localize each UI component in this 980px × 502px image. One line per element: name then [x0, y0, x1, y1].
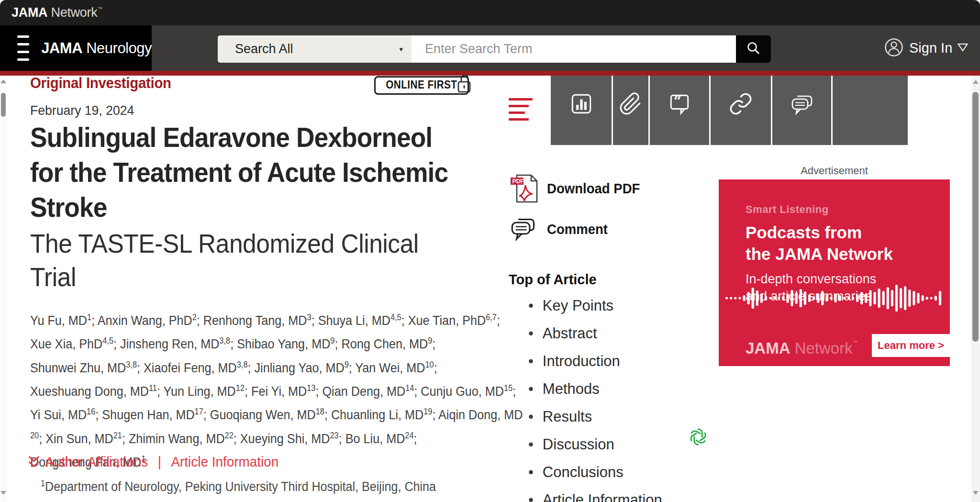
svg-text:PDF: PDF [512, 178, 524, 185]
article-nav-item[interactable]: •Conclusions [528, 464, 662, 480]
online-first-badge: ONLINE FIRST [374, 76, 469, 95]
waveform-graphic [725, 284, 943, 312]
toolbar-item-related[interactable] [711, 76, 771, 145]
article-nav-item[interactable]: •Abstract [528, 325, 662, 342]
page-scrollbar[interactable] [971, 76, 980, 502]
article-subtitle: The TASTE-SL Randomized Clinical Trial [30, 227, 419, 294]
search-filter-select[interactable]: Search All ▾ [218, 35, 412, 63]
toolbar-item-quote[interactable]: “ [650, 76, 709, 145]
article-nav-item[interactable]: •Introduction [528, 353, 662, 369]
article-toolbar: “ [551, 76, 908, 145]
article-nav-item-label: Introduction [543, 353, 620, 369]
journal-bold: JAMA [41, 40, 82, 56]
article-nav-item-label: Discussion [543, 436, 614, 453]
article-nav-item[interactable]: •Methods [528, 381, 662, 397]
search-input[interactable] [412, 35, 736, 63]
bullet: • [528, 353, 534, 369]
ad-brand-bold: JAMA [746, 339, 791, 357]
ad-brand-logo: JAMA Network™ [746, 339, 858, 357]
footnote-text: Department of Neurology, Peking Universi… [45, 480, 436, 494]
learn-more-button[interactable]: Learn more > [872, 334, 950, 357]
sign-in-button[interactable]: Sign In [883, 25, 969, 71]
scrollbar-thumb[interactable] [972, 92, 979, 342]
page: JAMA Network™ JAMA Neurology Search All … [0, 0, 980, 502]
paperclip-icon [619, 76, 643, 145]
link-icon [729, 76, 753, 145]
brand-tm: ™ [97, 6, 102, 11]
pdf-icon[interactable]: PDF [510, 173, 540, 206]
article-nav-item-label: Results [543, 409, 592, 425]
toolbar-item-blank[interactable] [833, 76, 908, 145]
bullet: • [528, 298, 534, 314]
brand-bold: JAMA [11, 5, 47, 20]
journal-logo[interactable]: JAMA Neurology [41, 40, 152, 57]
chevron-down-icon: ▾ [399, 45, 403, 54]
ad-eyebrow: Smart Listening [746, 203, 829, 216]
svg-text:“: “ [674, 93, 682, 110]
bullet: • [528, 492, 534, 502]
left-scrollbar[interactable] [0, 76, 7, 502]
comment-button[interactable]: Comment [547, 222, 608, 237]
quote-icon: “ [668, 76, 691, 145]
menu-icon[interactable] [17, 35, 29, 61]
ad-title: Podcasts from the JAMA Network [746, 222, 893, 265]
download-pdf-button[interactable]: Download PDF [547, 181, 640, 197]
article-nav-item[interactable]: •Discussion [528, 436, 662, 453]
author-affiliations-link[interactable]: Author Affiliations [45, 454, 148, 470]
article-contents-button[interactable] [502, 76, 551, 145]
toolbar-item-supplemental[interactable] [613, 76, 648, 145]
online-first-label: ONLINE FIRST [386, 78, 457, 91]
article-nav-item[interactable]: •Article Information [528, 492, 662, 502]
jama-network-logo[interactable]: JAMA Network™ [11, 5, 102, 20]
ad-brand-tm: ™ [853, 339, 858, 345]
article-nav-list: •Key Points•Abstract•Introduction•Method… [528, 298, 662, 502]
dropdown-caret-icon [957, 43, 969, 54]
journal-rest: Neurology [82, 40, 152, 56]
article-nav-heading: Top of Article [509, 272, 597, 288]
openai-icon[interactable] [688, 427, 708, 449]
sign-in-label: Sign In [909, 40, 952, 56]
avatar-icon [883, 37, 904, 60]
article-nav-item[interactable]: •Key Points [528, 298, 662, 314]
search-icon [746, 41, 761, 57]
scroll-down-icon[interactable] [0, 491, 6, 495]
bullet: • [528, 464, 534, 480]
affiliation-footnote: 1Department of Neurology, Peking Univers… [41, 479, 436, 494]
article-nav-item-label: Methods [543, 381, 600, 397]
toolbar-item-figures[interactable] [551, 76, 612, 145]
article-nav-item[interactable]: •Results [528, 409, 662, 425]
contents-icon [509, 98, 533, 121]
article-nav-item-label: Abstract [543, 325, 597, 342]
ad-brand-rest: Network [791, 339, 853, 357]
double-chevron-down-icon [27, 455, 41, 469]
article-kicker[interactable]: Original Investigation [30, 75, 171, 92]
left-scrollbar-thumb[interactable] [1, 93, 6, 117]
article-nav-item-label: Article Information [543, 492, 662, 502]
podcast-ad[interactable]: Smart Listening Podcasts from the JAMA N… [719, 179, 950, 366]
article-information-link[interactable]: Article Information [171, 454, 278, 470]
bullet: • [528, 409, 534, 425]
bullet: • [528, 325, 534, 342]
article-nav-item-label: Conclusions [543, 464, 624, 480]
bullet: • [528, 381, 534, 397]
comments-icon [790, 76, 814, 145]
bar-chart-icon [569, 76, 593, 145]
comment-icon[interactable] [510, 216, 537, 243]
article-links-row: Author Affiliations | Article Informatio… [27, 454, 278, 470]
links-separator: | [158, 454, 161, 470]
article-nav-item-label: Key Points [543, 298, 613, 314]
brand-rest: Network [47, 5, 97, 20]
author-list: Yu Fu, MD1; Anxin Wang, PhD2; Renhong Ta… [30, 307, 523, 472]
search-button[interactable] [736, 35, 771, 63]
jama-network-topbar: JAMA Network™ [0, 0, 980, 25]
advertisement-label: Advertisement [719, 165, 950, 177]
search-filter-label: Search All [235, 42, 293, 56]
scroll-up-icon[interactable] [0, 79, 6, 83]
footnote-sup: 1 [41, 479, 45, 488]
bullet: • [528, 436, 534, 453]
scrollbar-down-icon[interactable] [973, 491, 979, 495]
open-lock-icon [456, 73, 473, 96]
article-title: Sublingual Edaravone Dexborneol for the … [30, 120, 448, 224]
scrollbar-up-icon[interactable] [973, 80, 979, 84]
toolbar-item-comments[interactable] [772, 76, 831, 145]
